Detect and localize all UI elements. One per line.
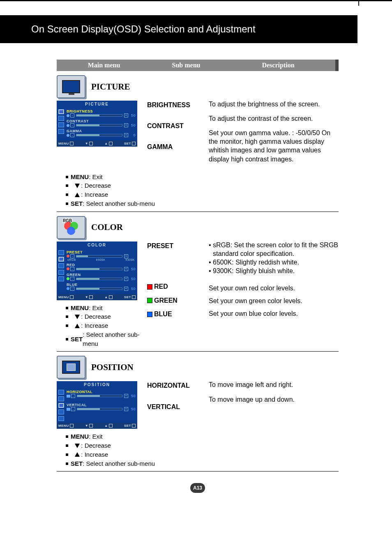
slider[interactable] [77, 395, 122, 397]
osd-contrast-label: CONTRAST [67, 119, 136, 123]
desc-vertical: To move image up and down. [209, 395, 339, 404]
minus-icon[interactable]: - [70, 123, 74, 127]
minus-icon[interactable]: - [70, 287, 74, 291]
osd-value: 50 [129, 287, 136, 291]
down-icon[interactable]: ▼ [85, 295, 88, 299]
osd-value: 0 [129, 133, 136, 137]
osd-menu[interactable]: MENU [58, 142, 69, 145]
slider[interactable] [76, 268, 122, 270]
osd-tab-icon[interactable] [58, 409, 64, 414]
minus-icon[interactable]: - [70, 267, 74, 271]
sub-brightness: BRIGHTNESS [147, 100, 209, 110]
osd-menu[interactable]: MENU [58, 424, 69, 428]
minus-icon[interactable]: - [70, 133, 74, 137]
minus-icon[interactable]: - [70, 254, 74, 258]
slider[interactable] [76, 288, 122, 290]
osd-tab-icon[interactable] [58, 263, 64, 268]
desc-red: Set your own red color levels. [209, 284, 339, 292]
page-footer: A13 [57, 483, 339, 493]
osd-tab-icon[interactable] [58, 416, 64, 421]
triangle-up-icon [75, 452, 80, 457]
triangle-down-icon [75, 184, 80, 188]
desc-preset-6500: •6500K: Slightly reddish white. [209, 258, 339, 267]
slider[interactable] [76, 124, 122, 127]
up-icon[interactable]: ▲ [104, 424, 108, 428]
minus-icon[interactable]: - [71, 394, 75, 398]
osd-set[interactable]: SET [124, 424, 131, 428]
note-inc: : Increase [81, 321, 108, 330]
slider[interactable] [76, 114, 122, 117]
osd-value: 50 [129, 113, 136, 117]
bullet-icon [66, 315, 68, 318]
preset-9300: 9300K [125, 258, 135, 261]
plus-icon[interactable]: + [124, 407, 128, 411]
osd-menu[interactable]: MENU [58, 295, 69, 299]
picture-osd: PICTURE BRIGHTNESS -+50 CONTRAST [57, 101, 137, 147]
position-osd: POSITION HORIZONTAL -+50 VERTIC [57, 381, 137, 429]
osd-title: COLOR [57, 242, 137, 248]
col-main: Main menu [57, 62, 151, 69]
desc-preset-9300: •9300K: Slightly bluish white. [209, 267, 339, 275]
osd-tab-icon[interactable] [58, 390, 64, 395]
slider[interactable] [76, 134, 122, 136]
plus-icon[interactable]: + [124, 277, 128, 281]
osd-tab-icon[interactable] [58, 122, 64, 127]
plus-icon[interactable]: + [124, 113, 128, 117]
osd-tab-icon[interactable] [58, 403, 64, 408]
dot-icon [67, 267, 69, 270]
dot-icon [67, 277, 69, 280]
slider[interactable] [76, 278, 122, 280]
osd-set[interactable]: SET [124, 142, 131, 145]
dot-icon [67, 408, 70, 411]
minus-icon[interactable]: - [71, 407, 75, 411]
sub-preset: PRESET [147, 241, 209, 251]
dot-icon [67, 287, 69, 290]
slider[interactable] [76, 255, 122, 258]
crop-tick [358, 0, 359, 6]
osd-tab-icon[interactable] [58, 270, 64, 275]
note-dec: : Decrease [81, 312, 111, 321]
osd-tab-icon[interactable] [58, 109, 64, 114]
picture-section: PICTURE PICTURE BRIGHTNESS -+50 [57, 75, 339, 169]
slider[interactable] [77, 408, 122, 410]
note-set: : Select another sub-menu [83, 330, 147, 348]
box-icon [109, 424, 113, 428]
plus-icon[interactable]: + [124, 267, 128, 271]
minus-icon[interactable]: - [70, 113, 74, 117]
plus-icon[interactable]: + [124, 394, 128, 398]
green-swatch-icon [147, 298, 152, 303]
osd-tab-icon[interactable] [58, 129, 64, 134]
desc-contrast: To adjust the contrast of the screen. [209, 114, 339, 123]
bullet-icon [66, 462, 68, 465]
plus-icon[interactable]: + [124, 133, 128, 137]
column-headers: Main menu Sub menu Description [57, 60, 339, 71]
triangle-up-icon [75, 193, 80, 197]
minus-icon[interactable]: - [70, 277, 74, 281]
osd-tab-icon[interactable] [58, 116, 64, 121]
down-icon[interactable]: ▼ [85, 142, 88, 145]
dot-icon [67, 114, 69, 117]
note-set: : Select another sub-menu [83, 199, 155, 208]
plus-icon[interactable]: + [124, 254, 128, 258]
osd-tab-icon[interactable] [58, 250, 64, 255]
col-desc: Description [221, 62, 335, 69]
osd-tab-icon[interactable] [58, 257, 64, 262]
osd-tab-icon[interactable] [58, 396, 64, 401]
picture-notes: MENU : Exit : Decrease : Increase SET : … [57, 173, 339, 208]
osd-set[interactable]: SET [124, 295, 131, 299]
bullet-icon [66, 435, 68, 438]
up-icon[interactable]: ▲ [104, 295, 108, 299]
plus-icon[interactable]: + [124, 123, 128, 127]
picture-icon [57, 75, 85, 98]
sub-green: GREEN [147, 295, 209, 306]
osd-tab-icon[interactable] [58, 276, 64, 281]
divider [57, 351, 339, 352]
desc-gamma: Set your own gamma value. : -50/0/50 On … [209, 129, 339, 163]
sub-vertical: VERTICAL [147, 402, 209, 412]
box-icon [70, 142, 74, 145]
note-dec: : Decrease [81, 181, 111, 190]
plus-icon[interactable]: + [124, 287, 128, 291]
up-icon[interactable]: ▲ [104, 142, 108, 145]
note-inc: : Increase [81, 190, 108, 199]
down-icon[interactable]: ▼ [85, 424, 88, 428]
